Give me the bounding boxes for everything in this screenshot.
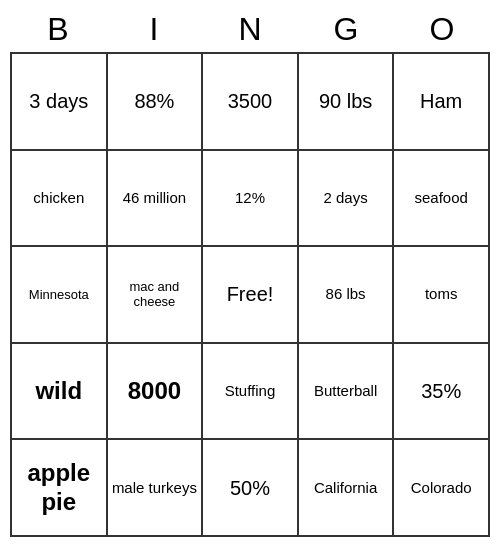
bingo-cell: seafood xyxy=(394,151,490,248)
bingo-cell: Ham xyxy=(394,54,490,151)
bingo-grid: 3 days88%350090 lbsHamchicken46 million1… xyxy=(10,52,490,537)
bingo-row: wild8000StuffingButterball35% xyxy=(12,344,490,441)
header-letter: I xyxy=(106,7,202,52)
bingo-cell: wild xyxy=(12,344,108,441)
bingo-cell: Free! xyxy=(203,247,299,344)
bingo-cell: 8000 xyxy=(108,344,204,441)
bingo-cell: Stuffing xyxy=(203,344,299,441)
bingo-cell: 2 days xyxy=(299,151,395,248)
bingo-cell: California xyxy=(299,440,395,537)
bingo-cell: 46 million xyxy=(108,151,204,248)
bingo-row: 3 days88%350090 lbsHam xyxy=(12,54,490,151)
bingo-cell: 35% xyxy=(394,344,490,441)
bingo-row: Minnesotamac and cheeseFree!86 lbstoms xyxy=(12,247,490,344)
bingo-header: BINGO xyxy=(10,7,490,52)
bingo-cell: male turkeys xyxy=(108,440,204,537)
bingo-row: apple piemale turkeys50%CaliforniaColora… xyxy=(12,440,490,537)
bingo-cell: 88% xyxy=(108,54,204,151)
bingo-cell: 12% xyxy=(203,151,299,248)
bingo-cell: Colorado xyxy=(394,440,490,537)
header-letter: B xyxy=(10,7,106,52)
header-letter: G xyxy=(298,7,394,52)
bingo-row: chicken46 million12%2 daysseafood xyxy=(12,151,490,248)
bingo-cell: toms xyxy=(394,247,490,344)
bingo-cell: chicken xyxy=(12,151,108,248)
bingo-cell: 90 lbs xyxy=(299,54,395,151)
header-letter: N xyxy=(202,7,298,52)
bingo-cell: 86 lbs xyxy=(299,247,395,344)
bingo-cell: 3500 xyxy=(203,54,299,151)
bingo-cell: apple pie xyxy=(12,440,108,537)
bingo-cell: Butterball xyxy=(299,344,395,441)
bingo-cell: 3 days xyxy=(12,54,108,151)
bingo-cell: 50% xyxy=(203,440,299,537)
header-letter: O xyxy=(394,7,490,52)
bingo-cell: Minnesota xyxy=(12,247,108,344)
bingo-card: BINGO 3 days88%350090 lbsHamchicken46 mi… xyxy=(10,7,490,537)
bingo-cell: mac and cheese xyxy=(108,247,204,344)
